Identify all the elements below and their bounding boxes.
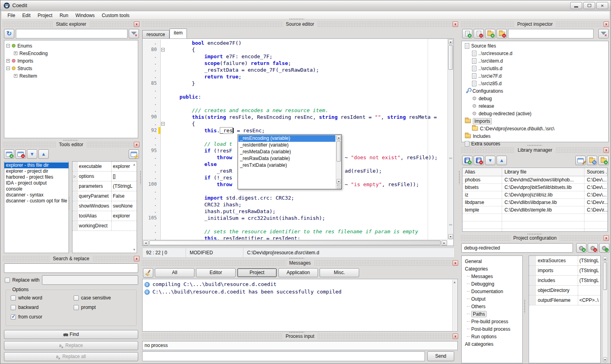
tree-item[interactable]: ..\src\e7F.d: [462, 72, 608, 80]
splitter-grip[interactable]: [527, 145, 542, 147]
arrow-down-button[interactable]: ▼: [27, 149, 37, 159]
editor-vertical-scrollbar[interactable]: ▲ ▼: [447, 39, 453, 240]
category-item[interactable]: Paths: [462, 310, 522, 318]
scroll-left-icon[interactable]: ◄: [143, 240, 148, 246]
tree-item[interactable]: ..\src\z85.d: [462, 80, 608, 87]
splitter-grip[interactable]: [524, 299, 526, 313]
arrow-up-button[interactable]: ▲: [497, 156, 507, 165]
category-item[interactable]: Post-build process: [462, 325, 522, 333]
log-scrollbar[interactable]: ▲: [452, 280, 457, 331]
tree-item[interactable]: Imports: [462, 117, 608, 125]
process-input-field[interactable]: [142, 351, 425, 361]
property-value[interactable]: (TStringL: [578, 276, 600, 285]
tab-resource[interactable]: resource: [142, 30, 169, 38]
property-row[interactable]: outputFilename<CPP>..\: [529, 295, 600, 305]
minimize-button[interactable]: [570, 2, 582, 9]
splitter-grip[interactable]: [289, 18, 304, 20]
collapse-icon[interactable]: −: [6, 44, 10, 48]
option-checkbox[interactable]: case sensitive: [74, 293, 137, 303]
scroll-down-icon[interactable]: ▼: [448, 234, 453, 239]
property-row[interactable]: extraSources(TStringL: [529, 256, 600, 266]
category-item[interactable]: Debugging: [462, 280, 522, 288]
expand-icon[interactable]: +: [6, 59, 10, 63]
log-entry[interactable]: icompiling C:\...\build\resource.d.coedi…: [143, 280, 457, 288]
scroll-up-icon[interactable]: ▲: [337, 135, 341, 140]
option-checkbox[interactable]: prompt: [74, 303, 137, 312]
code-line[interactable]: . public:: [143, 93, 447, 100]
scrollbar-thumb[interactable]: [337, 141, 341, 162]
property-row[interactable]: parameters(TStringL: [72, 181, 137, 191]
arrow-up-button[interactable]: ▲: [38, 149, 49, 159]
disk-add-button[interactable]: +: [462, 156, 472, 165]
category-item[interactable]: All categories: [462, 340, 522, 348]
folder-view-button[interactable]: ↻: [587, 156, 597, 165]
tree-item[interactable]: ⚙debug: [462, 95, 608, 102]
table-row[interactable]: izC:\Dev\dproj\iz\lib\iz.libC:\Dev\...: [463, 191, 607, 199]
tool-list-item[interactable]: dscanner - custom opt for file: [4, 198, 69, 204]
code-line[interactable]: 85 }: [143, 80, 447, 87]
code-line[interactable]: . this._resIdentifier = resIdent;: [143, 235, 447, 240]
code-line[interactable]: .: [143, 221, 447, 228]
window-edit-button[interactable]: [575, 156, 586, 165]
configuration-combobox[interactable]: debug-redirected: [461, 243, 573, 253]
tree-item[interactable]: ..\src\utils.d: [462, 65, 608, 72]
table-row[interactable]: templeC:\Dev\dlibs\temple.libC:\Dev\r...: [463, 206, 607, 214]
tree-item[interactable]: ..\src\resource.d: [462, 50, 608, 57]
property-row[interactable]: ▷options[]: [72, 172, 137, 181]
symbol-filter-input[interactable]: [16, 29, 128, 38]
scroll-down-icon[interactable]: ▼: [337, 179, 341, 184]
code-line[interactable]: 105 _initialSum = crc322uint(ihash.finis…: [143, 215, 447, 221]
splitter-grip[interactable]: [63, 139, 78, 141]
source-editor-close-icon[interactable]: x: [453, 21, 458, 27]
table-row[interactable]: phobosC:\Dev\dmd2\windows\lib\phob...C:\…: [463, 176, 607, 184]
completion-scrollbar[interactable]: ▲ ▼: [336, 135, 341, 189]
code-line[interactable]: 80− {: [143, 46, 447, 53]
table-row[interactable]: libdparseC:\Dev\dlibs\libdparse.libC:\De…: [463, 199, 607, 206]
scroll-up-icon[interactable]: ▲: [133, 163, 136, 166]
inspector-filter-input[interactable]: [508, 29, 594, 38]
code-line[interactable]: 92 this._res = resEnc;: [143, 127, 447, 134]
property-row[interactable]: includes(TStringL: [529, 276, 600, 286]
menu-item-custom-tools[interactable]: Custom tools: [98, 12, 133, 19]
category-item[interactable]: General: [462, 257, 522, 265]
folder-remove-button[interactable]: −: [497, 29, 507, 38]
library-table-header[interactable]: Alias Library file Sources ...: [463, 168, 607, 176]
tab-item[interactable]: item: [169, 29, 187, 38]
tree-item[interactable]: Configurations: [462, 87, 608, 95]
replace-with-checkbox[interactable]: Replace with: [5, 275, 40, 285]
static-explorer-close-icon[interactable]: x: [134, 21, 139, 27]
messages-tab-all[interactable]: All: [155, 268, 194, 277]
scroll-right-icon[interactable]: ►: [442, 240, 447, 246]
category-item[interactable]: Pre-build process: [462, 318, 522, 325]
scroll-down-icon[interactable]: ▼: [603, 357, 607, 362]
tree-item[interactable]: ⚙release: [462, 102, 608, 110]
property-value[interactable]: [578, 286, 600, 295]
scroll-up-icon[interactable]: ▲: [453, 280, 456, 284]
category-item[interactable]: Messages: [462, 273, 522, 280]
tree-item[interactable]: ⚙debug-redirected (active): [462, 110, 608, 117]
category-item[interactable]: Documentation: [462, 288, 522, 295]
completion-item[interactable]: _resMetaData (variable): [238, 149, 335, 155]
tool-list-item[interactable]: harbored - project files: [4, 174, 69, 180]
gear-remove-button[interactable]: ⚙−: [588, 243, 598, 253]
messages-log[interactable]: ▲ icompiling C:\...\build\resource.d.coe…: [142, 279, 458, 332]
property-value[interactable]: [111, 221, 137, 231]
messages-tab-misc[interactable]: Misc.: [320, 268, 359, 277]
code-line[interactable]: .: [143, 87, 447, 93]
tree-item[interactable]: +ResEncoding: [4, 50, 138, 57]
category-item[interactable]: Run options: [462, 333, 522, 340]
property-value[interactable]: (TStringL: [578, 266, 600, 275]
gear-clone-button[interactable]: ⚙→: [599, 243, 609, 253]
config-scrollbar[interactable]: ▲ ▼: [602, 255, 608, 363]
scrollbar-thumb[interactable]: [603, 262, 607, 290]
messages-close-icon[interactable]: x: [453, 260, 458, 266]
messages-tab-project[interactable]: Project: [237, 268, 277, 277]
property-value[interactable]: explorer: [111, 211, 137, 221]
replace-button[interactable]: baReplace: [4, 341, 138, 350]
splitter-grip[interactable]: [289, 332, 304, 334]
property-row[interactable]: executableexplorer: [72, 162, 137, 172]
property-row[interactable]: showWindowsswoNone: [72, 201, 137, 211]
splitter-grip[interactable]: [68, 196, 70, 210]
window-remove-button[interactable]: −: [15, 149, 26, 159]
filter-button[interactable]: [598, 29, 609, 38]
